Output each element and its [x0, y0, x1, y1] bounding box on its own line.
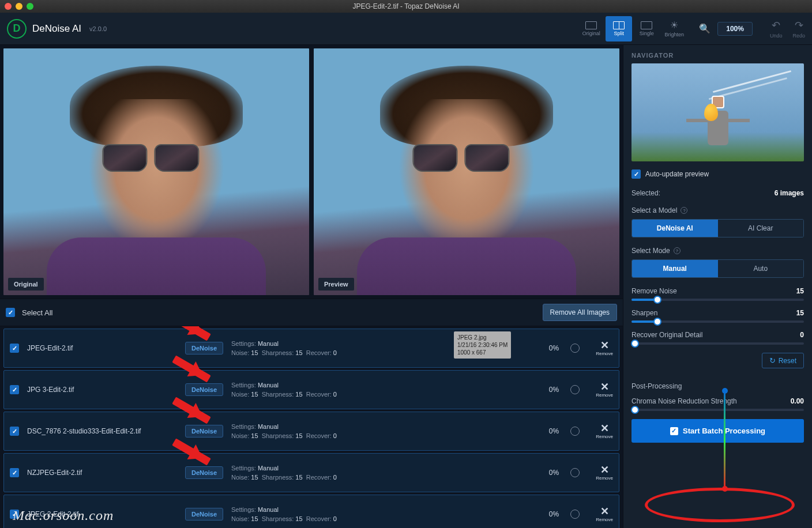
auto-update-checkbox[interactable]	[631, 169, 641, 179]
zoom-group: 🔍 100%	[699, 22, 753, 36]
remove-noise-slider-group: Remove Noise15	[631, 287, 804, 301]
row-radio[interactable]	[570, 385, 580, 394]
remove-noise-slider[interactable]	[631, 299, 804, 301]
check-icon: ✓	[670, 427, 678, 435]
row-radio[interactable]	[570, 510, 580, 519]
denoise-button[interactable]: DeNoise	[185, 425, 223, 438]
sharpen-slider[interactable]	[631, 320, 804, 323]
reset-button[interactable]: Reset	[762, 353, 804, 368]
image-icon	[641, 21, 652, 29]
close-icon: ✕	[600, 340, 609, 350]
remove-noise-label: Remove Noise	[631, 287, 677, 295]
remove-noise-value: 15	[796, 287, 804, 295]
row-radio[interactable]	[570, 427, 580, 436]
model-ai-clear-button[interactable]: AI Clear	[718, 220, 804, 237]
denoise-button[interactable]: DeNoise	[185, 508, 223, 521]
navigator-thumbnail[interactable]	[631, 63, 804, 161]
close-icon: ✕	[600, 506, 609, 516]
view-mode-group: Original Split Single ☀Brighten	[578, 16, 687, 42]
recover-slider-group: Recover Original Detail0	[631, 331, 804, 345]
row-radio[interactable]	[570, 468, 580, 477]
file-row[interactable]: JPEG-Edit-2.tif DeNoise Settings: Manual…	[3, 329, 619, 368]
navigator-label: NAVIGATOR	[631, 52, 804, 59]
slider-thumb[interactable]	[631, 406, 639, 414]
row-checkbox[interactable]	[10, 344, 19, 353]
help-icon[interactable]: ?	[681, 207, 687, 214]
titlebar: JPEG-Edit-2.tif - Topaz DeNoise AI	[0, 0, 812, 13]
selected-label: Selected:	[631, 189, 660, 197]
preview-original[interactable]: Original	[3, 48, 309, 295]
split-icon	[613, 21, 625, 29]
maximize-window-button[interactable]	[27, 3, 33, 10]
auto-update-label: Auto-update preview	[645, 170, 709, 178]
chroma-value: 0.00	[791, 397, 804, 405]
row-remove-button[interactable]: ✕Remove	[596, 465, 613, 481]
help-icon[interactable]: ?	[674, 247, 681, 254]
traffic-lights	[5, 3, 33, 10]
app-name: DeNoise AI	[32, 23, 81, 35]
zoom-level[interactable]: 100%	[717, 22, 753, 36]
row-remove-button[interactable]: ✕Remove	[596, 382, 613, 398]
chroma-label: Chroma Noise Reduction Strength	[631, 397, 737, 405]
row-metadata: Settings: Manual Noise: 15 Sharpness: 15…	[231, 505, 541, 524]
recover-label: Recover Original Detail	[631, 331, 702, 339]
row-remove-button[interactable]: ✕Remove	[596, 423, 613, 439]
app-version: v2.0.0	[89, 25, 107, 32]
view-split-button[interactable]: Split	[606, 16, 632, 42]
close-window-button[interactable]	[5, 3, 12, 10]
sidebar: NAVIGATOR Auto-update preview Selected: …	[623, 45, 812, 528]
view-brighten-button[interactable]: ☀Brighten	[661, 16, 687, 42]
denoise-button[interactable]: DeNoise	[185, 342, 223, 354]
row-remove-button[interactable]: ✕Remove	[596, 506, 613, 522]
left-pane: Original Preview Select All Remove All I…	[0, 45, 623, 528]
file-row[interactable]: NZJPEG-Edit-2.tif DeNoise Settings: Manu…	[3, 453, 619, 492]
selected-row: Selected: 6 images	[631, 189, 804, 197]
window-title: JPEG-Edit-2.tif - Topaz DeNoise AI	[0, 2, 812, 10]
row-checkbox[interactable]	[10, 468, 19, 477]
model-denoise-ai-button[interactable]: DeNoise AI	[632, 220, 718, 237]
mode-auto-button[interactable]: Auto	[718, 260, 804, 277]
redo-icon: ↷	[795, 19, 803, 32]
select-all-checkbox[interactable]	[6, 308, 15, 317]
slider-thumb[interactable]	[653, 318, 661, 326]
undo-redo-group: ↶Undo ↷Redo	[770, 19, 805, 39]
image-icon	[585, 21, 597, 29]
chroma-slider[interactable]	[631, 409, 804, 411]
row-checkbox[interactable]	[10, 385, 19, 394]
denoise-button[interactable]: DeNoise	[185, 383, 223, 396]
list-header: Select All Remove All Images	[0, 299, 623, 326]
mode-manual-button[interactable]: Manual	[632, 260, 718, 277]
file-row[interactable]: DSC_7876 2-studio333-Edit-Edit-2.tif DeN…	[3, 412, 619, 451]
row-checkbox[interactable]	[10, 427, 19, 436]
row-radio[interactable]	[570, 344, 580, 353]
redo-button[interactable]: ↷Redo	[792, 19, 805, 39]
denoise-button[interactable]: DeNoise	[185, 466, 223, 479]
sun-icon: ☀	[670, 20, 678, 31]
app-logo-icon: D	[7, 19, 27, 39]
row-progress: 0%	[549, 386, 559, 394]
file-row[interactable]: JPG 3-Edit-2.tif DeNoise Settings: Manua…	[3, 370, 619, 409]
sharpen-label: Sharpen	[631, 309, 657, 317]
row-progress: 0%	[549, 427, 559, 435]
start-batch-button[interactable]: ✓Start Batch Processing	[631, 419, 804, 443]
remove-all-button[interactable]: Remove All Images	[543, 304, 617, 321]
file-list: JPEG-Edit-2.tif DeNoise Settings: Manual…	[0, 326, 623, 528]
recover-slider[interactable]	[631, 342, 804, 345]
close-icon: ✕	[600, 382, 609, 392]
toolbar: D DeNoise AI v2.0.0 Original Split Singl…	[0, 13, 812, 45]
close-icon: ✕	[600, 423, 609, 433]
minimize-window-button[interactable]	[16, 3, 22, 10]
row-remove-button[interactable]: ✕Remove	[596, 340, 613, 356]
search-icon[interactable]: 🔍	[699, 23, 710, 34]
undo-button[interactable]: ↶Undo	[770, 19, 783, 39]
slider-thumb[interactable]	[631, 340, 639, 348]
preview-result[interactable]: Preview	[314, 48, 619, 295]
file-tooltip: JPEG 2.jpg1/21/16 2:30:46 PM1000 x 667	[454, 331, 511, 359]
row-checkbox[interactable]	[10, 510, 19, 519]
view-original-button[interactable]: Original	[578, 16, 604, 42]
file-row[interactable]: JPEG 2-Edit-2.tif DeNoise Settings: Manu…	[3, 495, 619, 528]
view-single-button[interactable]: Single	[633, 16, 660, 42]
selected-value: 6 images	[775, 189, 804, 197]
row-progress: 0%	[549, 469, 559, 477]
slider-thumb[interactable]	[653, 296, 661, 304]
